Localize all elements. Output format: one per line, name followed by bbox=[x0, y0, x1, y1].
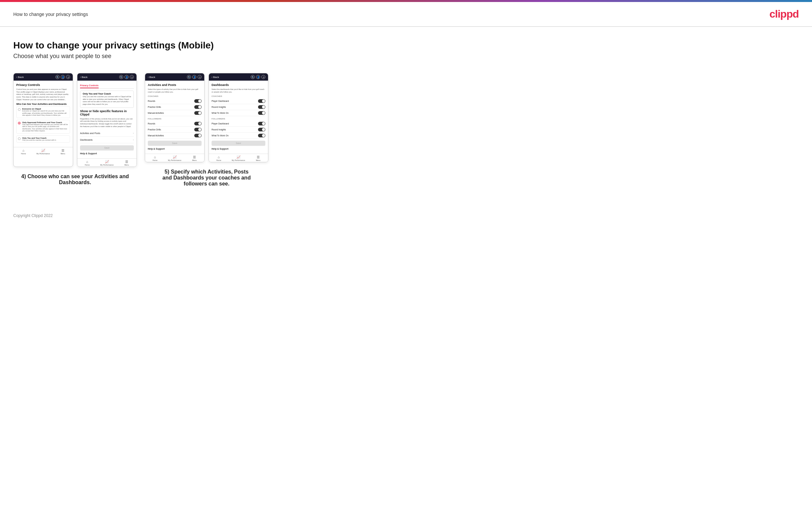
followers-label-4: FOLLOWERS bbox=[211, 118, 265, 120]
radio-only-you[interactable]: Only You and Your Coach Only you and the… bbox=[16, 135, 70, 143]
nav-home-1[interactable]: ⌂ Home bbox=[14, 149, 33, 155]
chart-icon-4: 📈 bbox=[237, 155, 241, 159]
chart-icon-1: 📈 bbox=[41, 149, 45, 152]
search-icon-1[interactable]: 🔍 bbox=[55, 75, 59, 79]
toggle-switch-drills-coaches[interactable] bbox=[194, 105, 202, 109]
user-icon-1[interactable]: 👤 bbox=[61, 75, 65, 79]
save-btn-3[interactable]: Save bbox=[148, 141, 202, 146]
dashboards-desc-4: Select the dashboards that you'd like to… bbox=[211, 88, 265, 93]
nav-menu-4[interactable]: ☰ Menu bbox=[248, 155, 268, 161]
back-btn-2[interactable]: ‹ Back bbox=[80, 76, 87, 79]
phone-4-header: ‹ Back 🔍 👤 ⚙ bbox=[209, 73, 268, 80]
search-icon-3[interactable]: 🔍 bbox=[187, 75, 191, 79]
toggle-drills-coaches[interactable]: Practice Drills bbox=[148, 104, 202, 110]
header-icons-3: 🔍 👤 ⚙ bbox=[187, 75, 202, 79]
chart-icon-2: 📈 bbox=[105, 160, 109, 164]
bottom-nav-4: ⌂ Home 📈 My Performance ☰ Menu bbox=[209, 154, 268, 162]
menu-row-activities[interactable]: Activities and Posts › bbox=[80, 130, 134, 137]
radio-everyone[interactable]: Everyone on Clippd Everyone on Clippd ca… bbox=[16, 106, 70, 118]
header-icons-4: 🔍 👤 ⚙ bbox=[251, 75, 265, 79]
phone-1-content: Privacy Controls Control how you and you… bbox=[14, 80, 73, 147]
home-icon-4: ⌂ bbox=[218, 155, 220, 159]
menu-icon-2: ☰ bbox=[125, 160, 128, 164]
toggle-switch-rounds-followers[interactable] bbox=[194, 122, 202, 125]
page-title: How to change your privacy settings (Mob… bbox=[13, 40, 799, 51]
dashboards-title-4: Dashboards bbox=[211, 83, 265, 87]
toggle-workOn-coaches[interactable]: What To Work On bbox=[211, 110, 265, 116]
main-content: How to change your privacy settings (Mob… bbox=[0, 27, 812, 207]
logo: clippd bbox=[769, 8, 799, 20]
settings-icon-3[interactable]: ⚙ bbox=[198, 75, 202, 79]
toggle-rounds-coaches[interactable]: Rounds bbox=[148, 98, 202, 104]
bottom-nav-1: ⌂ Home 📈 My Performance ☰ Menu bbox=[14, 147, 73, 155]
bottom-nav-3: ⌂ Home 📈 My Performance ☰ Menu bbox=[145, 154, 204, 162]
chart-icon-3: 📈 bbox=[173, 155, 177, 159]
home-icon-3: ⌂ bbox=[154, 155, 156, 159]
nav-menu-3[interactable]: ☰ Menu bbox=[185, 155, 204, 161]
save-btn-2[interactable]: Save bbox=[80, 145, 134, 150]
nav-menu-2[interactable]: ☰ Menu bbox=[117, 160, 137, 166]
privacy-tab-2[interactable]: Privacy Controls bbox=[80, 83, 99, 88]
toggle-manual-followers[interactable]: Manual Activities bbox=[148, 133, 202, 139]
back-btn-4[interactable]: ‹ Back bbox=[211, 76, 219, 79]
toggle-switch-manual-followers[interactable] bbox=[194, 134, 202, 137]
radio-text-3: Only You and Your Coach Only you and the… bbox=[22, 137, 56, 142]
nav-performance-1[interactable]: 📈 My Performance bbox=[33, 149, 53, 155]
nav-home-2[interactable]: ⌂ Home bbox=[78, 160, 97, 166]
toggle-switch-insights-coaches[interactable] bbox=[258, 105, 265, 109]
toggle-insights-coaches[interactable]: Round Insights bbox=[211, 104, 265, 110]
back-btn-1[interactable]: ‹ Back bbox=[16, 76, 23, 79]
activities-title-3: Activities and Posts bbox=[148, 83, 202, 87]
toggle-switch-insights-followers[interactable] bbox=[258, 128, 265, 131]
search-icon-2[interactable]: 🔍 bbox=[119, 75, 123, 79]
header: How to change your privacy settings clip… bbox=[0, 2, 812, 27]
toggle-insights-followers[interactable]: Round Insights bbox=[211, 127, 265, 133]
phone-1-header: ‹ Back 🔍 👤 ⚙ bbox=[14, 73, 73, 80]
nav-performance-4[interactable]: 📈 My Performance bbox=[229, 155, 248, 161]
nav-home-3[interactable]: ⌂ Home bbox=[145, 155, 165, 161]
radio-dot-1 bbox=[18, 108, 20, 111]
settings-icon-2[interactable]: ⚙ bbox=[130, 75, 134, 79]
show-hide-title-2: Show or hide specific features in Clippd bbox=[80, 110, 134, 116]
settings-icon-1[interactable]: ⚙ bbox=[66, 75, 70, 79]
menu-icon-1: ☰ bbox=[61, 149, 64, 152]
user-icon-4[interactable]: 👤 bbox=[256, 75, 260, 79]
privacy-controls-title: Privacy Controls bbox=[16, 83, 70, 87]
toggle-switch-player-followers[interactable] bbox=[258, 122, 265, 125]
toggle-switch-workOn-coaches[interactable] bbox=[258, 111, 265, 115]
info-box-2: Only You and Your Coach Only you and the… bbox=[80, 91, 134, 108]
toggle-workOn-followers[interactable]: What To Work On bbox=[211, 133, 265, 139]
phone-4-content: Dashboards Select the dashboards that yo… bbox=[209, 80, 268, 154]
radio-approved[interactable]: Only Approved Followers and Your Coach O… bbox=[16, 120, 70, 134]
phone-2-content: Privacy Controls Only You and Your Coach… bbox=[78, 80, 137, 158]
save-btn-4[interactable]: Save bbox=[211, 141, 265, 146]
toggle-switch-player-coaches[interactable] bbox=[258, 99, 265, 103]
toggle-switch-workOn-followers[interactable] bbox=[258, 134, 265, 137]
footer: Copyright Clippd 2022 bbox=[0, 207, 812, 225]
toggle-switch-manual-coaches[interactable] bbox=[194, 111, 202, 115]
nav-home-4[interactable]: ⌂ Home bbox=[209, 155, 229, 161]
phone-2: ‹ Back 🔍 👤 ⚙ Privacy Controls Only You a… bbox=[77, 73, 137, 167]
user-icon-2[interactable]: 👤 bbox=[124, 75, 129, 79]
radio-text-1: Everyone on Clippd Everyone on Clippd ca… bbox=[22, 108, 68, 116]
toggle-manual-coaches[interactable]: Manual Activities bbox=[148, 110, 202, 116]
nav-performance-3[interactable]: 📈 My Performance bbox=[165, 155, 184, 161]
toggle-switch-rounds-coaches[interactable] bbox=[194, 99, 202, 103]
toggle-drills-followers[interactable]: Practice Drills bbox=[148, 127, 202, 133]
toggle-switch-drills-followers[interactable] bbox=[194, 128, 202, 131]
toggle-player-coaches[interactable]: Player Dashboard bbox=[211, 98, 265, 104]
phone-1: ‹ Back 🔍 👤 ⚙ Privacy Controls Control ho… bbox=[13, 73, 73, 167]
back-btn-3[interactable]: ‹ Back bbox=[148, 76, 155, 79]
phone-3: ‹ Back 🔍 👤 ⚙ Activities and Posts Select… bbox=[145, 73, 205, 162]
settings-icon-4[interactable]: ⚙ bbox=[261, 75, 265, 79]
copyright-text: Copyright Clippd 2022 bbox=[13, 213, 53, 218]
user-icon-3[interactable]: 👤 bbox=[192, 75, 196, 79]
search-icon-4[interactable]: 🔍 bbox=[251, 75, 255, 79]
show-hide-text-2: Regardless of the privacy controls that … bbox=[80, 118, 134, 128]
toggle-rounds-followers[interactable]: Rounds bbox=[148, 121, 202, 127]
followers-label-3: FOLLOWERS bbox=[148, 118, 202, 120]
menu-row-dashboards[interactable]: Dashboards › bbox=[80, 137, 134, 143]
nav-menu-1[interactable]: ☰ Menu bbox=[53, 149, 73, 155]
nav-performance-2[interactable]: 📈 My Performance bbox=[97, 160, 116, 166]
toggle-player-followers[interactable]: Player Dashboard bbox=[211, 121, 265, 127]
